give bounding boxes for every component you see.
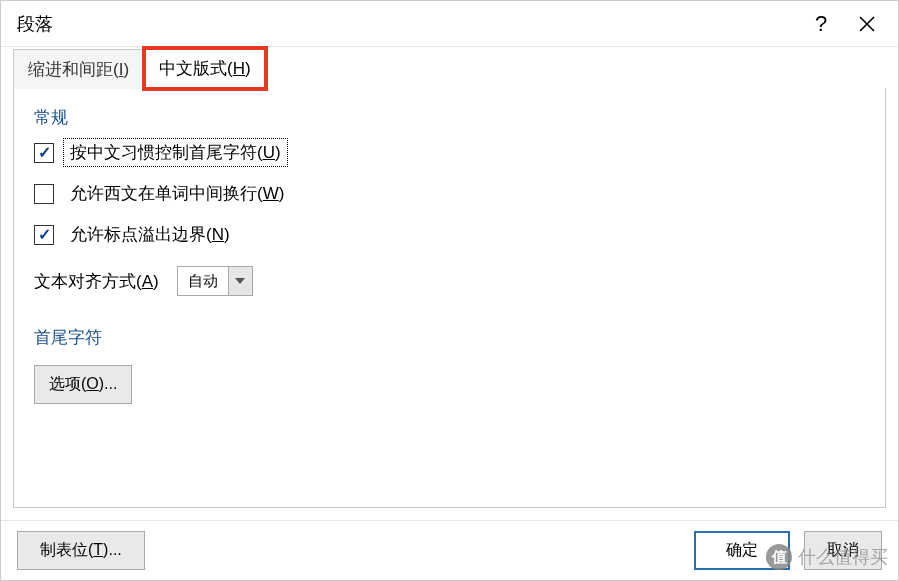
- chevron-down-icon[interactable]: [228, 267, 252, 295]
- option-row-punct-overflow: 允许标点溢出边界(N): [34, 221, 865, 248]
- group-chars-label: 首尾字符: [34, 326, 865, 349]
- titlebar: 段落 ?: [1, 1, 898, 47]
- checkbox-label[interactable]: 允许标点溢出边界(N): [64, 221, 236, 248]
- checkbox-latin-wrap[interactable]: [34, 184, 54, 204]
- tab-panel-asian: 常规 按中文习惯控制首尾字符(U) 允许西文在单词中间换行(W) 允许标点溢出边…: [13, 88, 886, 508]
- dialog-footer: 制表位(T)... 确定 取消: [1, 520, 898, 581]
- tab-indent-spacing[interactable]: 缩进和间距(I): [13, 49, 144, 89]
- checkbox-label[interactable]: 允许西文在单词中间换行(W): [64, 180, 290, 207]
- paragraph-dialog: 段落 ? 缩进和间距(I) 中文版式(H) 常规 按中文习惯控制首尾字符(U): [0, 0, 899, 581]
- select-value: 自动: [178, 267, 228, 295]
- tab-label: 缩进和间距: [28, 60, 113, 79]
- tab-panel-wrap: 常规 按中文习惯控制首尾字符(U) 允许西文在单词中间换行(W) 允许标点溢出边…: [1, 87, 898, 520]
- tab-label: 中文版式: [159, 59, 227, 78]
- tab-strip: 缩进和间距(I) 中文版式(H): [1, 47, 898, 88]
- help-button[interactable]: ?: [798, 1, 844, 47]
- text-alignment-row: 文本对齐方式(A) 自动: [34, 266, 865, 296]
- checkbox-punct-overflow[interactable]: [34, 225, 54, 245]
- ok-button[interactable]: 确定: [694, 531, 790, 570]
- dialog-title: 段落: [17, 12, 798, 36]
- cancel-button[interactable]: 取消: [804, 531, 882, 570]
- close-button[interactable]: [844, 1, 890, 47]
- tabs-button[interactable]: 制表位(T)...: [17, 531, 145, 570]
- option-row-latin-wrap: 允许西文在单词中间换行(W): [34, 180, 865, 207]
- tab-asian-typography[interactable]: 中文版式(H): [144, 48, 266, 89]
- close-icon: [858, 15, 876, 33]
- checkbox-label[interactable]: 按中文习惯控制首尾字符(U): [64, 139, 287, 166]
- option-row-ctrl-chars: 按中文习惯控制首尾字符(U): [34, 139, 865, 166]
- group-general-label: 常规: [34, 106, 865, 129]
- checkbox-ctrl-chars[interactable]: [34, 143, 54, 163]
- text-alignment-select[interactable]: 自动: [177, 266, 253, 296]
- options-button[interactable]: 选项(O)...: [34, 365, 132, 404]
- text-alignment-label: 文本对齐方式(A): [34, 270, 159, 293]
